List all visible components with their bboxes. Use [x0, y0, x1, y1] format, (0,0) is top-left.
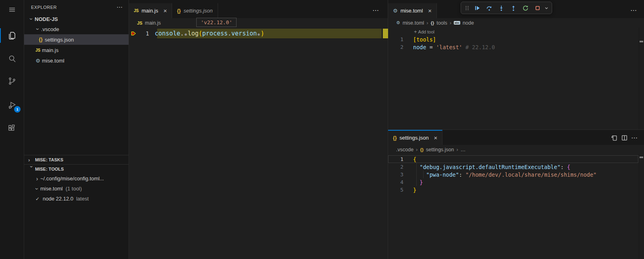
tree-item-main-js[interactable]: JSmain.js	[24, 45, 129, 55]
line-number: 1	[138, 30, 149, 37]
menu-icon	[7, 5, 17, 15]
open-changes-icon[interactable]	[611, 134, 618, 141]
top-right-more-button[interactable]: ⋯	[630, 6, 638, 14]
code-line-2[interactable]: 2node = 'latest' # 22.12.0	[388, 43, 644, 51]
mise-toml-code-area[interactable]: 1[tools]2node = 'latest' # 22.12.0	[388, 35, 644, 51]
chevron-down-icon: ›	[29, 166, 35, 173]
main-code-area[interactable]: 1console.●log(process.version●)	[129, 28, 388, 38]
tab-main-js[interactable]: JSmain.js×	[129, 3, 172, 18]
breakpoint-gutter[interactable]	[129, 30, 138, 37]
step-into-button[interactable]	[495, 2, 507, 13]
breadcrumb-item[interactable]: settings.json	[426, 147, 454, 152]
tools-item-suffix: latest	[76, 196, 89, 202]
code-text: {	[413, 156, 416, 163]
menu-button[interactable]	[0, 0, 24, 19]
breadcrumb-item[interactable]: tools	[436, 20, 447, 26]
bottom-right-more-button[interactable]: ⋯	[631, 134, 638, 142]
code-line-2[interactable]: 2 "debug.javascript.defaultRuntimeExecut…	[388, 163, 644, 171]
sidebar-item-explorer[interactable]	[0, 26, 24, 45]
code-line-1[interactable]: 1[tools]	[388, 36, 644, 43]
extensions-icon	[7, 124, 17, 134]
breadcrumb-item[interactable]: mise.toml	[403, 20, 424, 26]
chevron-down-icon	[544, 5, 549, 11]
plus-icon: +	[414, 29, 417, 35]
gear-icon: ⚙	[396, 20, 400, 25]
gear-file-icon: ⚙	[396, 20, 400, 25]
step-over-button[interactable]	[483, 2, 495, 13]
tree-item-label: mise.toml	[42, 58, 64, 64]
close-icon[interactable]: ×	[163, 8, 167, 14]
breadcrumb-item[interactable]: node	[463, 20, 474, 26]
breadcrumb-item[interactable]: main.js	[145, 20, 161, 26]
chevron-down-icon: ›	[28, 16, 35, 22]
tools-item-label: ~/.config/mise/config.toml...	[40, 175, 104, 182]
close-icon[interactable]: ×	[428, 8, 432, 14]
tools-item-label: node 22.12.0	[43, 196, 73, 202]
breadcrumb-separator: ›	[416, 146, 418, 152]
line-number: 2	[388, 164, 403, 170]
editor-group-top-right: ⚙mise.toml× ⋯ ⚙mise.toml›{}tools›abcnode…	[388, 0, 644, 130]
add-tool-codelens[interactable]: + Add tool	[414, 29, 434, 35]
stop-button[interactable]	[532, 2, 543, 13]
bottom-right-breadcrumb[interactable]: .vscode›{}settings.json›…	[388, 145, 644, 154]
line-number: 2	[388, 44, 403, 50]
tab-settings-json[interactable]: {}settings.json×	[388, 130, 442, 145]
json-file-icon: {}	[39, 37, 42, 42]
tools-item-node-22-12-0[interactable]: ✓node 22.12.0latest	[24, 194, 129, 204]
step-out-button[interactable]	[507, 2, 519, 13]
debug-badge: 1	[14, 106, 21, 113]
tab-mise-toml[interactable]: ⚙mise.toml×	[388, 3, 437, 18]
code-line-5[interactable]: 5}	[388, 186, 644, 194]
section-label: MISE: TASKS	[35, 157, 63, 162]
codelens-label: Add tool	[418, 29, 434, 34]
close-icon[interactable]: ×	[434, 135, 438, 141]
tools-item--config-mise-config-toml-[interactable]: ›~/.config/mise/config.toml...	[24, 173, 129, 184]
restart-icon	[522, 5, 529, 11]
tree-item-settings-json[interactable]: {}settings.json	[24, 34, 129, 45]
tree-item--vscode[interactable]: ›.vscode	[24, 24, 129, 34]
activity-bar: 1	[0, 0, 24, 259]
scrollbar-track[interactable]	[639, 27, 639, 130]
braces-file-icon: {}	[431, 21, 434, 25]
stop-icon	[534, 5, 541, 11]
braces_gold-icon: {}	[420, 147, 424, 152]
main-breadcrumb[interactable]: JSmain.js	[129, 18, 388, 27]
code-line-1[interactable]: 1console.●log(process.version●)	[129, 29, 388, 38]
breadcrumb-item[interactable]: …	[461, 147, 466, 152]
code-line-4[interactable]: 4 }	[388, 178, 644, 186]
explorer-header: EXPLORER ⋯	[24, 0, 129, 14]
step-over-icon	[486, 5, 492, 11]
scrollbar-track[interactable]	[639, 154, 639, 259]
main-editor-more-button[interactable]: ⋯	[372, 6, 380, 14]
json-file-icon: {}	[177, 8, 181, 14]
tree-item-mise-toml[interactable]: ⚙mise.toml	[24, 55, 129, 66]
code-line-3[interactable]: 3 "pwa-node": "/home/dev/.local/share/mi…	[388, 171, 644, 178]
tree-root-node-js[interactable]: › NODE-JS	[24, 14, 129, 24]
restart-button[interactable]	[519, 2, 531, 13]
workspace-root-label: NODE-JS	[35, 16, 58, 22]
sidebar-item-source-control[interactable]	[0, 71, 24, 91]
sidebar-item-search[interactable]	[0, 49, 24, 69]
top-right-breadcrumb[interactable]: ⚙mise.toml›{}tools›abcnode	[388, 18, 644, 27]
tab-settings-json[interactable]: {}settings.json	[172, 3, 218, 18]
js-file-icon: JS	[137, 21, 142, 25]
split-editor-icon[interactable]	[621, 134, 628, 141]
explorer-more-button[interactable]: ⋯	[116, 4, 123, 11]
code-line-1[interactable]: 1{	[388, 155, 644, 163]
overview-ruler-debug-mark	[383, 29, 388, 38]
toolbar-dropdown-button[interactable]	[544, 2, 549, 13]
tree-item-label: main.js	[42, 47, 58, 53]
settings-json-code-area[interactable]: 1{2 "debug.javascript.defaultRuntimeExec…	[388, 154, 644, 194]
line-number: 3	[388, 171, 403, 178]
sidebar-item-extensions[interactable]	[0, 119, 24, 138]
section-header-mise-tools[interactable]: ›MISE: TOOLS	[24, 164, 129, 173]
breadcrumb-item[interactable]: .vscode	[396, 147, 413, 152]
toolbar-drag-handle[interactable]	[463, 2, 471, 13]
top-right-tabs: ⚙mise.toml×	[388, 3, 437, 18]
file-tree: ›.vscode{}settings.jsonJSmain.js⚙mise.to…	[24, 24, 129, 66]
sidebar-item-run-debug[interactable]: 1	[0, 96, 24, 115]
continue-button[interactable]	[471, 2, 483, 13]
tools-item-mise-toml[interactable]: ›mise.toml(1 tool)	[24, 184, 129, 194]
section-header-mise-tasks[interactable]: ›MISE: TASKS	[24, 155, 129, 164]
js-icon: JS	[137, 21, 142, 25]
